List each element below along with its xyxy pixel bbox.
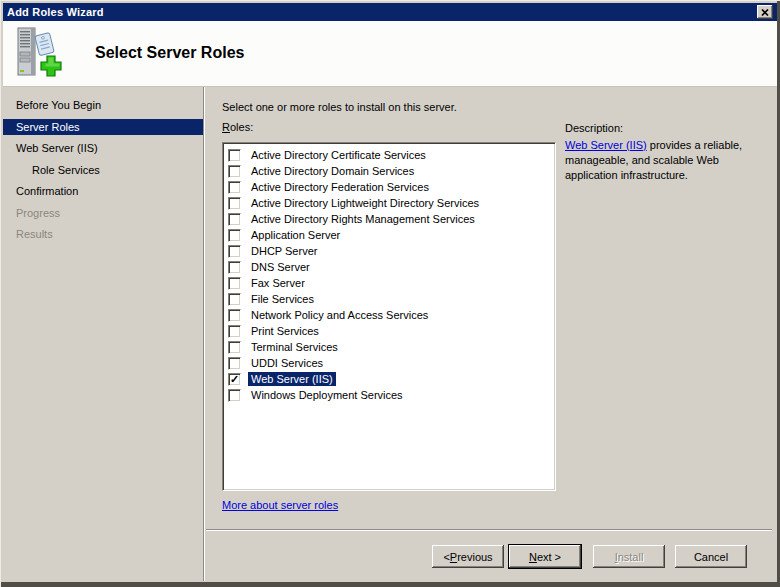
install-button[interactable]: Install xyxy=(593,545,665,568)
window-title: Add Roles Wizard xyxy=(7,6,104,18)
wizard-step-item[interactable]: Progress xyxy=(3,205,203,221)
role-name[interactable]: Network Policy and Access Services xyxy=(248,308,431,322)
role-row[interactable]: DHCP Server xyxy=(223,243,555,259)
role-name[interactable]: DHCP Server xyxy=(248,244,320,258)
role-row[interactable]: Web Server (IIS) xyxy=(223,371,555,387)
role-name[interactable]: Active Directory Federation Services xyxy=(248,180,432,194)
more-about-server-roles-link[interactable]: More about server roles xyxy=(222,499,338,511)
role-checkbox[interactable] xyxy=(228,165,241,178)
role-row[interactable]: DNS Server xyxy=(223,259,555,275)
role-name[interactable]: Web Server (IIS) xyxy=(248,372,336,386)
role-checkbox[interactable] xyxy=(228,309,241,322)
footer-separator xyxy=(206,529,772,531)
server-add-icon xyxy=(13,26,63,82)
add-roles-wizard-window: Add Roles Wizard xyxy=(0,0,780,587)
role-checkbox[interactable] xyxy=(228,245,241,258)
role-row[interactable]: UDDI Services xyxy=(223,355,555,371)
wizard-step-item[interactable]: Before You Begin xyxy=(3,97,203,113)
role-name[interactable]: Active Directory Certificate Services xyxy=(248,148,429,162)
role-checkbox[interactable] xyxy=(228,389,241,402)
role-checkbox[interactable] xyxy=(228,261,241,274)
role-checkbox[interactable] xyxy=(228,149,241,162)
role-checkbox[interactable] xyxy=(228,229,241,242)
role-row[interactable]: Active Directory Lightweight Directory S… xyxy=(223,195,555,211)
cancel-button[interactable]: Cancel xyxy=(675,545,747,568)
role-row[interactable]: Windows Deployment Services xyxy=(223,387,555,403)
role-name[interactable]: Print Services xyxy=(248,324,322,338)
role-row[interactable]: Application Server xyxy=(223,227,555,243)
role-row[interactable]: Terminal Services xyxy=(223,339,555,355)
role-row[interactable]: Active Directory Domain Services xyxy=(223,163,555,179)
role-checkbox[interactable] xyxy=(228,357,241,370)
wizard-step-item[interactable]: Server Roles xyxy=(3,119,203,135)
wizard-step-item[interactable]: Confirmation xyxy=(3,183,203,199)
instruction-text: Select one or more roles to install on t… xyxy=(222,101,457,113)
role-row[interactable]: Active Directory Rights Management Servi… xyxy=(223,211,555,227)
role-checkbox[interactable] xyxy=(228,293,241,306)
role-row[interactable]: Active Directory Certificate Services xyxy=(223,147,555,163)
role-checkbox[interactable] xyxy=(228,213,241,226)
role-checkbox[interactable] xyxy=(228,277,241,290)
page-title: Select Server Roles xyxy=(95,44,244,62)
next-button[interactable]: Next > xyxy=(509,545,581,568)
role-checkbox[interactable] xyxy=(228,373,241,386)
role-row[interactable]: Network Policy and Access Services xyxy=(223,307,555,323)
role-name[interactable]: Fax Server xyxy=(248,276,308,290)
role-name[interactable]: UDDI Services xyxy=(248,356,326,370)
close-icon xyxy=(761,9,769,16)
roles-listbox[interactable]: Active Directory Certificate Services Ac… xyxy=(222,142,556,491)
web-server-iis-link[interactable]: Web Server (IIS) xyxy=(565,139,647,151)
role-name[interactable]: Application Server xyxy=(248,228,343,242)
role-name[interactable]: Active Directory Rights Management Servi… xyxy=(248,212,478,226)
wizard-step-item[interactable]: Results xyxy=(3,226,203,242)
role-row[interactable]: File Services xyxy=(223,291,555,307)
close-button[interactable] xyxy=(757,5,773,19)
role-row[interactable]: Print Services xyxy=(223,323,555,339)
wizard-steps: Before You Begin Server Roles Web Server… xyxy=(3,87,203,242)
previous-button[interactable]: < Previous xyxy=(432,545,504,568)
role-name[interactable]: File Services xyxy=(248,292,317,306)
wizard-header: Select Server Roles xyxy=(3,21,777,87)
wizard-steps-pane: Before You Begin Server Roles Web Server… xyxy=(3,87,203,581)
role-checkbox[interactable] xyxy=(228,197,241,210)
role-name[interactable]: Terminal Services xyxy=(248,340,341,354)
description-body: Web Server (IIS) provides a reliable, ma… xyxy=(565,138,773,183)
role-name[interactable]: Active Directory Lightweight Directory S… xyxy=(248,196,482,210)
roles-label: Roles: xyxy=(222,121,253,133)
role-row[interactable]: Active Directory Federation Services xyxy=(223,179,555,195)
description-heading: Description: xyxy=(565,122,773,134)
title-bar: Add Roles Wizard xyxy=(3,3,777,21)
wizard-step-item[interactable]: Web Server (IIS) xyxy=(3,140,203,156)
content-pane: Select one or more roles to install on t… xyxy=(206,87,777,583)
pane-divider xyxy=(203,87,205,581)
role-row[interactable]: Fax Server xyxy=(223,275,555,291)
role-checkbox[interactable] xyxy=(228,341,241,354)
description-panel: Description: Web Server (IIS) provides a… xyxy=(565,122,773,183)
role-name[interactable]: Windows Deployment Services xyxy=(248,388,406,402)
role-name[interactable]: DNS Server xyxy=(248,260,313,274)
role-checkbox[interactable] xyxy=(228,181,241,194)
role-name[interactable]: Active Directory Domain Services xyxy=(248,164,417,178)
wizard-step-item[interactable]: Role Services xyxy=(3,162,203,178)
role-checkbox[interactable] xyxy=(228,325,241,338)
